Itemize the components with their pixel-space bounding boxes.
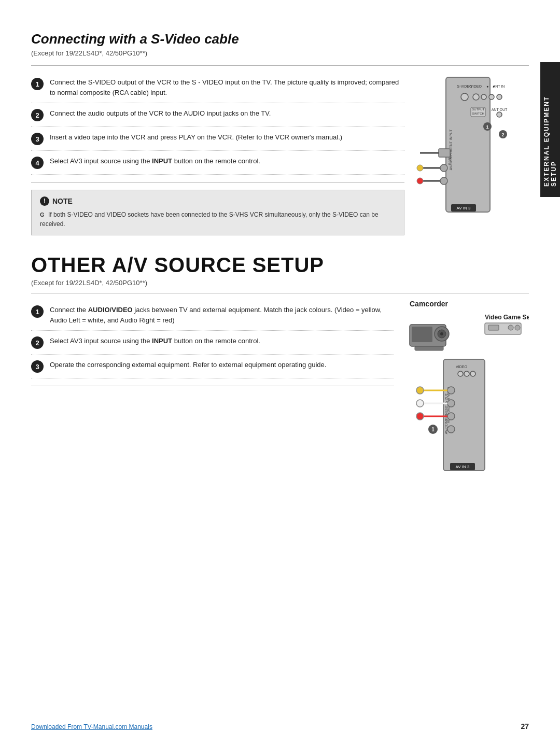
svg-text:1: 1 xyxy=(486,124,488,130)
section2: OTHER A/V SOURCE SETUP (Except for 19/22… xyxy=(31,254,529,486)
note-title: ! NOTE xyxy=(40,196,396,206)
step-text: Connect the AUDIO/VIDEO jacks between TV… xyxy=(50,305,394,325)
svg-point-57 xyxy=(416,387,424,394)
step-item: 3 Insert a video tape into the VCR and p… xyxy=(31,127,404,151)
svg-point-7 xyxy=(461,93,468,101)
note-bullet: G xyxy=(40,212,45,218)
svg-point-13 xyxy=(497,112,502,117)
svg-point-48 xyxy=(470,371,475,376)
svg-point-47 xyxy=(464,371,469,376)
page-number: 27 xyxy=(521,722,529,730)
section2-subtitle: (Except for 19/22LS4D*, 42/50PG10**) xyxy=(31,279,529,287)
step-text: Connect the audio outputs of the VCR to … xyxy=(50,108,271,119)
svg-text:AV IN 3: AV IN 3 xyxy=(456,465,470,469)
svg-text:2: 2 xyxy=(501,132,504,137)
step-item: 1 Connect the S-VIDEO output of the VCR … xyxy=(31,72,404,103)
svg-point-55 xyxy=(447,426,455,433)
svg-text:Video Game Set: Video Game Set xyxy=(485,314,529,321)
svg-point-36 xyxy=(515,325,520,330)
step-text: Insert a video tape into the VCR and pre… xyxy=(50,132,342,143)
svg-text:SWITCH: SWITCH xyxy=(472,112,484,115)
svg-point-46 xyxy=(458,371,463,376)
camcorder-label: Camcorder xyxy=(410,300,529,308)
step-text: Select AV3 input source using the INPUT … xyxy=(50,156,260,166)
step-item: 1 Connect the AUDIO/VIDEO jacks between … xyxy=(31,300,394,331)
step-number: 3 xyxy=(31,133,44,145)
svg-text:VIDEO: VIDEO xyxy=(470,85,482,88)
section2-title: OTHER A/V SOURCE SETUP xyxy=(31,254,529,277)
svg-rect-34 xyxy=(488,325,499,330)
step-text: Connect the S-VIDEO output of the VCR to… xyxy=(50,77,404,97)
step-item: 3 Operate the corresponding external equ… xyxy=(31,355,394,378)
note-icon: ! xyxy=(40,196,49,206)
svg-point-54 xyxy=(447,413,455,420)
svg-rect-18 xyxy=(439,149,450,157)
section2-diagram: Camcorder Video Game Set xyxy=(404,300,529,486)
step-item: 2 Select AV3 input source using the INPU… xyxy=(31,331,394,355)
svg-point-25 xyxy=(417,178,423,184)
svg-text:ANT IN: ANT IN xyxy=(493,85,505,88)
section2-steps: 1 Connect the AUDIO/VIDEO jacks between … xyxy=(31,300,394,486)
svg-text:ANT OUT: ANT OUT xyxy=(492,108,508,111)
step-number: 2 xyxy=(31,336,44,349)
note-label: NOTE xyxy=(52,197,73,205)
step-text: Select AV3 input source using the INPUT … xyxy=(50,336,260,346)
svg-point-52 xyxy=(447,387,455,394)
svg-point-9 xyxy=(481,94,486,100)
note-text: G If both S-VIDEO and VIDEO sockets have… xyxy=(40,210,396,229)
section1-title: Connecting with a S-Video cable xyxy=(31,31,529,47)
svg-point-41 xyxy=(440,332,443,335)
svg-point-59 xyxy=(416,400,424,407)
side-tab: EXTERNAL EQUIPMENT SETUP xyxy=(540,62,560,197)
svg-text:●: ● xyxy=(486,85,488,88)
svg-point-10 xyxy=(489,94,494,100)
section1-steps: 1 Connect the S-VIDEO output of the VCR … xyxy=(31,72,404,238)
step-text: Operate the corresponding external equip… xyxy=(50,360,326,370)
svg-point-35 xyxy=(508,325,513,330)
svideo-diagram-svg: AV/COMPONENT INPUT S-VIDEO VIDEO ● ● ANT… xyxy=(415,72,524,238)
svg-point-61 xyxy=(416,413,424,420)
step-number: 2 xyxy=(31,109,44,121)
svg-point-11 xyxy=(497,94,502,100)
svg-point-8 xyxy=(473,94,479,100)
step-item: 4 Select AV3 input source using the INPU… xyxy=(31,151,404,175)
svg-text:OUTPUT: OUTPUT xyxy=(472,108,485,111)
svg-point-53 xyxy=(447,400,455,407)
svg-point-22 xyxy=(417,165,423,171)
step-item: 2 Connect the audio outputs of the VCR t… xyxy=(31,103,404,127)
svg-text:VIDEO: VIDEO xyxy=(456,365,467,369)
section1-subtitle: (Except for 19/22LS4D*, 42/50PG10**) xyxy=(31,49,529,57)
step-number: 4 xyxy=(31,157,44,169)
step-number: 1 xyxy=(31,78,44,90)
svg-point-20 xyxy=(440,164,447,172)
svg-text:1: 1 xyxy=(431,427,435,432)
svg-rect-38 xyxy=(412,327,432,342)
note-box: ! NOTE G If both S-VIDEO and VIDEO socke… xyxy=(31,190,404,235)
av-diagram-svg: Video Game Set AV/COMPONENT INPUT xyxy=(404,310,529,486)
svg-rect-42 xyxy=(415,346,443,350)
step-number: 3 xyxy=(31,360,44,373)
step-number: 1 xyxy=(31,305,44,318)
svg-text:AV IN 3: AV IN 3 xyxy=(457,206,471,210)
section1: Connecting with a S-Video cable (Except … xyxy=(31,31,529,238)
footer-link[interactable]: Downloaded From TV-Manual.com Manuals xyxy=(31,723,152,730)
svg-point-23 xyxy=(440,177,447,185)
section1-diagram: AV/COMPONENT INPUT S-VIDEO VIDEO ● ● ANT… xyxy=(415,72,529,238)
